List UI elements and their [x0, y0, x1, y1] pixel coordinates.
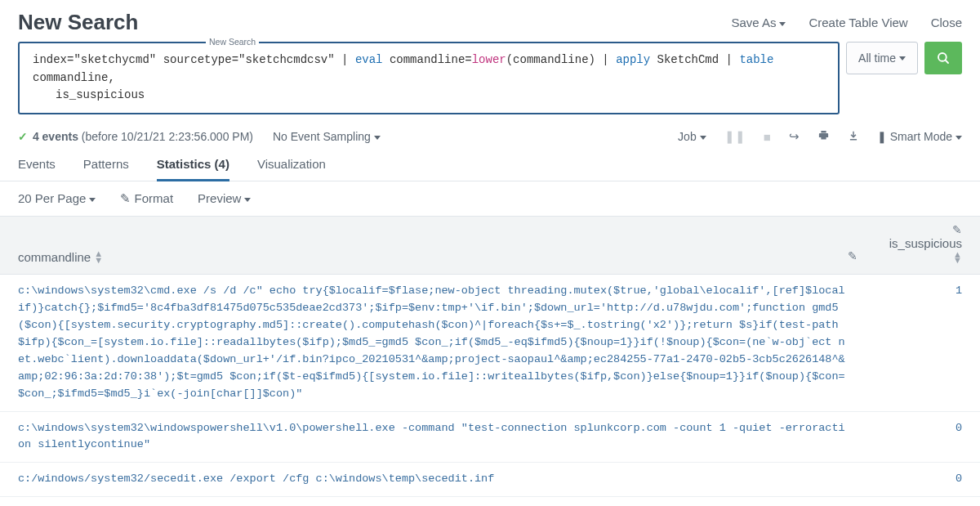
cell-is-suspicious: 0: [872, 420, 962, 455]
pencil-icon: [120, 191, 131, 205]
spl-text: index="sketchycmd" sourcetype="sketchcmd…: [33, 53, 355, 66]
column-header-is-suspicious[interactable]: is_suspicious ▲▼: [872, 236, 962, 264]
spl-text: SketchCmd |: [650, 53, 739, 66]
time-range-picker[interactable]: All time: [846, 42, 918, 74]
sort-icon: ▲▼: [953, 252, 962, 264]
spl-keyword-eval: eval: [355, 53, 383, 66]
table-row[interactable]: c:\windows\system32\cmd.exe /s /d /c" ec…: [0, 275, 980, 411]
edit-column-icon[interactable]: [848, 249, 858, 262]
edit-column-icon[interactable]: [952, 223, 962, 236]
search-name-badge: New Search: [206, 37, 259, 47]
table-row[interactable]: c:/windows/system32/secedit.exe /export …: [0, 463, 980, 497]
spl-text: commandline=: [382, 53, 471, 66]
table-row[interactable]: c:\windows\system32\windowspowershell\v1…: [0, 412, 980, 463]
cell-commandline: c:\windows\system32\windowspowershell\v1…: [18, 420, 872, 455]
event-sampling-dropdown[interactable]: No Event Sampling: [273, 130, 381, 143]
tab-events[interactable]: Events: [18, 150, 56, 181]
results-table: commandline ▲▼ is_suspicious ▲▼ c:\windo…: [0, 216, 980, 506]
preview-dropdown[interactable]: Preview: [198, 191, 251, 206]
cell-commandline: c:\windows\system32\cmd.exe /s /d /c" ec…: [18, 283, 872, 402]
spl-text: (commandline) |: [506, 53, 616, 66]
sort-icon: ▲▼: [94, 251, 103, 263]
column-label: is_suspicious: [889, 236, 962, 250]
event-count-label: 4 events: [33, 130, 78, 143]
column-label: commandline: [18, 250, 91, 264]
tab-visualization[interactable]: Visualization: [257, 150, 326, 181]
smart-mode-label: Smart Mode: [890, 130, 962, 143]
search-icon: [936, 51, 951, 65]
svg-line-1: [945, 60, 948, 63]
share-icon[interactable]: ↪: [789, 129, 800, 144]
search-button[interactable]: [924, 42, 962, 74]
download-icon[interactable]: [848, 130, 859, 144]
spl-text: commandline,: [33, 71, 115, 84]
tab-statistics[interactable]: Statistics (4): [157, 150, 229, 181]
page-title: New Search: [18, 10, 138, 35]
table-header: commandline ▲▼ is_suspicious ▲▼: [0, 216, 980, 275]
pause-icon[interactable]: ❚❚: [724, 129, 746, 144]
format-dropdown[interactable]: Format: [120, 191, 173, 206]
header-actions: Save As Create Table View Close: [731, 16, 962, 29]
tab-patterns[interactable]: Patterns: [83, 150, 129, 181]
per-page-dropdown[interactable]: 20 Per Page: [18, 191, 96, 206]
spl-func-lower: lower: [472, 53, 506, 66]
search-input[interactable]: index="sketchycmd" sourcetype="sketchcmd…: [18, 42, 840, 114]
spl-keyword-apply: apply: [616, 53, 650, 66]
table-row[interactable]: \??\c:\windows\system32\conhost.exe 0xff…: [0, 497, 980, 506]
lightbulb-icon: ❚: [877, 130, 887, 143]
check-icon: ✓: [18, 130, 28, 143]
result-tabs: Events Patterns Statistics (4) Visualiza…: [0, 150, 980, 181]
close-button[interactable]: Close: [931, 16, 962, 29]
save-as-button[interactable]: Save As: [731, 16, 786, 29]
create-table-view-button[interactable]: Create Table View: [808, 16, 907, 29]
search-mode-dropdown[interactable]: ❚Smart Mode: [877, 130, 962, 143]
job-menu[interactable]: Job: [678, 130, 706, 143]
column-header-commandline[interactable]: commandline ▲▼: [18, 250, 872, 264]
event-time-label: (before 10/21/21 2:23:56.000 PM): [82, 130, 253, 143]
event-count: ✓ 4 events (before 10/21/21 2:23:56.000 …: [18, 130, 253, 143]
cell-is-suspicious: 1: [872, 283, 962, 402]
spl-text: is_suspicious: [33, 87, 145, 105]
format-label: Format: [135, 191, 174, 205]
cell-commandline: c:/windows/system32/secedit.exe /export …: [18, 471, 872, 488]
spl-keyword-table: table: [739, 53, 773, 66]
print-icon[interactable]: [817, 129, 830, 144]
cell-is-suspicious: 0: [872, 471, 962, 488]
stop-icon[interactable]: ■: [764, 130, 771, 144]
